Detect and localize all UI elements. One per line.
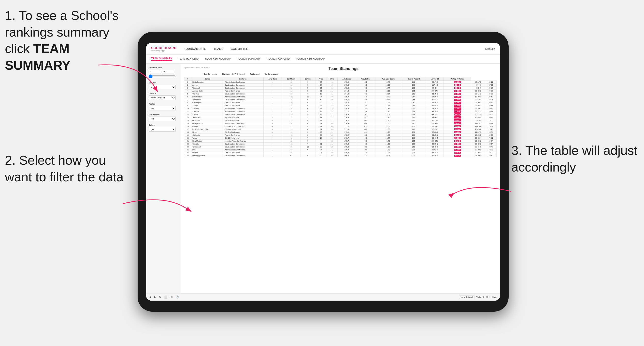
table-row: 25OregonPac-12 Conference-97210279.5-1.1… (184, 151, 496, 154)
table-row: 19CaliforniaPac-12 Conference-48242278.2… (184, 134, 496, 137)
table-row: 24DukeAtlantic Coast Conference-59271279… (184, 149, 496, 151)
col-avg-low: Avg. Low Score (375, 77, 401, 81)
toolbar-watch[interactable]: Watch ▼ (476, 296, 484, 298)
table-row: 18IllinoisBig Ten Conference-19231279.1-… (184, 131, 496, 134)
filter-pills: Gender: Men's Division: NCAA Division I … (184, 73, 496, 75)
filter-school-select[interactable]: (All) (149, 127, 176, 132)
logo-sub: Powered by clippi (151, 50, 177, 51)
tablet-screen: SCOREBOARD Powered by clippi TOURNAMENTS… (146, 43, 500, 301)
subnav-player-summary[interactable]: PLAYER SUMMARY (237, 57, 261, 61)
subnav-player-h2h-heatmap[interactable]: PLAYER H2H HEATMAP (296, 57, 324, 61)
table-row: 17East Tennessee StateSouthern Conferenc… (184, 128, 496, 131)
toolbar-icons: ⬡ ⬡ (486, 296, 490, 298)
instruction-step3: 3. The table will adjust accordingly (511, 142, 639, 175)
table-row: 16FloridaSoutheastern Conference-7924427… (184, 125, 496, 128)
table-row: 11ArkansasSoutheastern Conference-682422… (184, 110, 496, 113)
logo-area: SCOREBOARD Powered by clippi (151, 46, 177, 51)
table-row: 21New MexicoMountain West Conference-196… (184, 140, 496, 143)
filter-region-label: Region (149, 103, 178, 105)
toolbar-forward[interactable]: ▶ (154, 295, 156, 299)
nav-tournaments[interactable]: TOURNAMENTS (184, 47, 206, 50)
toolbar-clock[interactable]: 🕐 (175, 295, 180, 299)
filter-conference-select[interactable]: (All) (149, 117, 176, 121)
toolbar-share-label[interactable]: Share (492, 296, 498, 298)
table-row: 15Georgia TechAtlantic Coast Conference-… (184, 122, 496, 125)
bottom-toolbar: ◀ ▶ ↻ ⬜ ⊕ 🕐 View: Original Watch ▼ ⬡ ⬡ S… (146, 293, 500, 301)
table-row: 9ArizonaPac-12 Conference-28234276.3-6.6… (184, 104, 496, 107)
table-row: 26Mississippi StateSoutheastern Conferen… (184, 154, 496, 157)
col-conference: Conference (224, 77, 264, 81)
filter-conference-label: Conference (149, 113, 178, 116)
pill-region-label: Region: All (250, 73, 259, 75)
toolbar-refresh[interactable]: ↻ (158, 295, 162, 299)
table-area: Update time: 27/03/2024 16:56:26 Team St… (180, 64, 500, 293)
subnav-player-h2h-grid[interactable]: PLAYER H2H GRID (267, 57, 290, 61)
subnav-team-h2h-grid[interactable]: TEAM H2H GRID (178, 57, 198, 61)
table-row: 22GeorgiaSoutheastern Conference-8721127… (184, 143, 496, 146)
col-vs-top25: Vs Top 25 (426, 77, 444, 81)
toolbar-back[interactable]: ◀ (149, 295, 152, 299)
toolbar-more[interactable]: ⊕ (170, 295, 173, 299)
filter-division-select[interactable]: NCAA Division I NCAA Division II NCAA Di… (149, 95, 176, 100)
col-school: School (191, 77, 224, 81)
col-overall: Overall Record (401, 77, 426, 81)
table-row: 7TennesseeSoutheastern Conference-481822… (184, 98, 496, 101)
col-rank: # (184, 77, 192, 81)
table-row: 12VirginiaAtlantic Coast Conference-3824… (184, 113, 496, 116)
toolbar-view-original[interactable]: View: Original (459, 295, 474, 299)
col-adj-score: Adj. Score (337, 77, 356, 81)
table-row: 4Arizona StatePac-12 Conference-18261274… (184, 90, 496, 93)
subnav: TEAM SUMMARY TEAM H2H GRID TEAM H2H HEAT… (146, 55, 500, 64)
filter-region-select[interactable]: N/A All (149, 106, 176, 110)
arrow-2 (120, 191, 194, 216)
arrow-1 (96, 60, 160, 94)
table-row: 14OklahomaBig 12 Conference-28242276.5-5… (184, 119, 496, 122)
subnav-team-h2h-heatmap[interactable]: TEAM H2H HEATMAP (205, 57, 231, 61)
tablet-device: SCOREBOARD Powered by clippi TOURNAMENTS… (138, 32, 508, 312)
filter-school: School (All) (149, 124, 178, 132)
table-row: 1North CarolinaAtlantic Coast Conference… (184, 81, 496, 84)
instruction-step2: 2. Select how you want to filter the dat… (5, 152, 133, 185)
standings-table: # School Conference Avg. Rank Conf Rank … (184, 77, 496, 157)
col-rnds: Rnds (315, 77, 326, 81)
col-wins: Wins (326, 77, 337, 81)
col-vs-top50: Vs Top 50 Points (444, 77, 471, 81)
toolbar-share-btn[interactable]: ⬜ (164, 295, 168, 299)
filter-region: Region N/A All (149, 103, 178, 110)
filter-conference: Conference (All) (149, 113, 178, 121)
table-row: 13Texas TechBig 12 Conference-19272276.9… (184, 116, 496, 119)
main-content: Minimum Rou... Gender Men's Women's D (146, 64, 500, 293)
table-row: 2AuburnSoutheastern Conference-19276273.… (184, 84, 496, 87)
table-row: 8WashingtonPac-12 Conference-28231276.3-… (184, 101, 496, 104)
table-row: 5Ole MissSoutheastern Conference-3618127… (184, 93, 496, 95)
table-row: 10AlabamaSoutheastern Conference-5623327… (184, 107, 496, 110)
col-avg-rank: Avg. Rank (264, 77, 282, 81)
pill-division-label: Division: NCAA Division I (222, 73, 244, 75)
col-avg-to-par: Avg. to Par (356, 77, 375, 81)
col-conf-rank: Conf Rank (282, 77, 300, 81)
nav-teams[interactable]: TEAMS (214, 47, 223, 50)
pill-conference-label: Conference: All (264, 73, 278, 75)
filter-max-input[interactable] (162, 70, 174, 73)
arrow-3 (445, 179, 514, 204)
nav-links: TOURNAMENTS TEAMS COMMITTEE (184, 47, 485, 50)
col-no-tour: No Tour (300, 77, 316, 81)
table-row: 20TexasBig 12 Conference-37180278.7-0.71… (184, 137, 496, 140)
sign-out-link[interactable]: Sign out (485, 47, 495, 50)
logo-text: SCOREBOARD (151, 46, 177, 50)
table-row: 3VanderbiltSoutheastern Conference-25236… (184, 87, 496, 90)
filter-school-label: School (149, 124, 178, 126)
nav-committee[interactable]: COMMITTEE (231, 47, 248, 50)
pill-gender-label: Gender: Men's (204, 73, 217, 75)
table-row: 6Florida StateAtlantic Coast Conference-… (184, 95, 496, 98)
table-header-section: Update time: 27/03/2024 16:56:26 Team St… (184, 66, 496, 71)
table-title: Team Standings (210, 66, 477, 71)
navbar: SCOREBOARD Powered by clippi TOURNAMENTS… (146, 43, 500, 55)
sidebar-filters: Minimum Rou... Gender Men's Women's D (146, 64, 180, 293)
table-row: 23Texas A&MSoutheastern Conference-91030… (184, 146, 496, 149)
update-time: Update time: 27/03/2024 16:56:26 (184, 66, 210, 69)
